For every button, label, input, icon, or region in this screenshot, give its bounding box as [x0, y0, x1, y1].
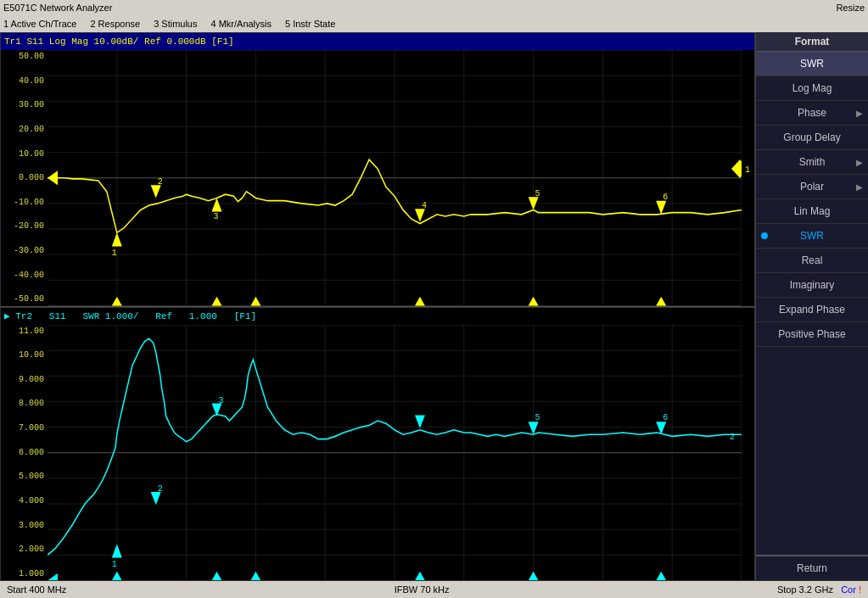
y-label-top-0: 50.00 [1, 52, 48, 61]
sidebar-btn-smith[interactable]: Smith ▶ [756, 150, 868, 175]
marker-1-label: 1 [112, 248, 117, 258]
polar-arrow-icon: ▶ [856, 182, 863, 192]
phase-arrow-icon: ▶ [856, 109, 863, 118]
bot-marker-1-lbl: 1 [112, 559, 117, 569]
y-label-bot-3: 8.000 [1, 399, 48, 408]
chart-bottom-titlebar: ▶ Tr2 S11 SWR 1.000/ Ref 1.000 [F1] [1, 308, 754, 325]
status-ifbw: IFBW 70 kHz [395, 584, 450, 595]
format-header: Format [756, 32, 868, 52]
chart-bottom-label: ▶ Tr2 S11 SWR 1.000/ Ref 1.000 [F1] [4, 310, 256, 321]
y-label-top-5: 0.000 [1, 173, 48, 182]
top-chart-svg: 1 2 3 4 5 6 [48, 50, 742, 306]
sidebar-btn-logmag[interactable]: Log Mag [756, 76, 868, 101]
marker-6-label: 6 [663, 191, 668, 201]
y-label-top-2: 30.00 [1, 100, 48, 109]
y-label-top-8: -30.00 [1, 246, 48, 255]
sidebar-btn-imaginary[interactable]: Imaginary [756, 273, 868, 298]
status-excl: ! [859, 584, 861, 595]
status-stop-group: Stop 3.2 GHz Cor ! [777, 584, 861, 595]
menu-item-response[interactable]: 2 Response [90, 19, 140, 29]
statusbar: Start 400 MHz IFBW 70 kHz Stop 3.2 GHz C… [0, 581, 868, 598]
bot-right-marker-lbl: 2 [730, 431, 735, 441]
sidebar-btn-polar[interactable]: Polar ▶ [756, 175, 868, 199]
y-label-bot-5: 6.000 [1, 448, 48, 457]
sidebar-btn-groupdelay[interactable]: Group Delay [756, 126, 868, 150]
menu-item-stimulus[interactable]: 3 Stimulus [154, 19, 197, 29]
y-label-top-3: 20.00 [1, 125, 48, 134]
app-title: E5071C Network Analyzer [3, 3, 112, 13]
marker-4-label: 4 [422, 200, 427, 210]
chart-area: Tr1 S11 Log Mag 10.00dB/ Ref 0.000dB [F1… [0, 32, 755, 581]
y-label-top-4: 10.00 [1, 149, 48, 159]
sidebar-btn-linmag[interactable]: Lin Mag [756, 199, 868, 224]
y-label-bot-9: 2.000 [1, 545, 48, 554]
bot-marker-2-lbl: 2 [158, 483, 163, 493]
chart-panel-bottom: ▶ Tr2 S11 SWR 1.000/ Ref 1.000 [F1] 11.0… [0, 307, 755, 582]
menu-item-mkr[interactable]: 4 Mkr/Analysis [210, 19, 272, 29]
y-label-bot-6: 5.000 [1, 472, 48, 481]
sidebar-btn-real[interactable]: Real [756, 249, 868, 273]
status-cor: Cor [841, 584, 856, 595]
bot-marker-3-lbl: 3 [219, 394, 224, 405]
sidebar-btn-swr-selected[interactable]: SWR [756, 224, 868, 249]
resize-button[interactable]: Resize [836, 3, 865, 13]
y-label-bot-7: 4.000 [1, 496, 48, 506]
main-layout: Tr1 S11 Log Mag 10.00dB/ Ref 0.000dB [F1… [0, 32, 868, 581]
chart-top-label: Tr1 S11 Log Mag 10.00dB/ Ref 0.000dB [F1… [4, 36, 234, 47]
y-label-bot-1: 10.00 [1, 350, 48, 360]
bot-marker-5-lbl: 5 [535, 411, 540, 422]
bot-marker-6-lbl: 6 [663, 411, 668, 422]
chart-panel-top: Tr1 S11 Log Mag 10.00dB/ Ref 0.000dB [F1… [0, 32, 755, 307]
y-label-top-7: -20.00 [1, 221, 48, 231]
sidebar-btn-return[interactable]: Return [756, 555, 868, 581]
y-label-top-1: 40.00 [1, 76, 48, 86]
marker-5-label: 5 [535, 188, 540, 198]
y-label-bot-8: 3.000 [1, 521, 48, 530]
bottom-chart-svg: 1 2 3 5 6 [48, 325, 742, 581]
menu-item-instr[interactable]: 5 Instr State [285, 19, 335, 29]
status-stop: Stop 3.2 GHz [777, 584, 833, 595]
sidebar: Format SWR Log Mag Phase ▶ Group Delay S… [755, 32, 868, 581]
sidebar-btn-phase[interactable]: Phase ▶ [756, 101, 868, 126]
right-marker-label: 1 [745, 165, 750, 175]
y-label-bot-0: 11.00 [1, 327, 48, 336]
status-start: Start 400 MHz [7, 584, 66, 595]
marker-3-label: 3 [214, 211, 219, 221]
titlebar: E5071C Network Analyzer Resize [0, 0, 868, 15]
y-label-bot-2: 9.000 [1, 375, 48, 384]
y-label-bot-4: 7.000 [1, 423, 48, 433]
chart-top-titlebar: Tr1 S11 Log Mag 10.00dB/ Ref 0.000dB [F1… [1, 33, 754, 50]
menu-item-ch-trace[interactable]: 1 Active Ch/Trace [3, 19, 76, 29]
sidebar-btn-swr-top[interactable]: SWR [756, 52, 868, 76]
y-label-bot-10: 1.000 [1, 569, 48, 578]
y-label-top-6: -10.00 [1, 198, 48, 207]
menubar: 1 Active Ch/Trace 2 Response 3 Stimulus … [0, 15, 868, 32]
y-label-top-9: -40.00 [1, 271, 48, 280]
sidebar-btn-positive-phase[interactable]: Positive Phase [756, 322, 868, 347]
swr-active-dot [761, 232, 768, 239]
marker-2-label: 2 [158, 176, 163, 187]
smith-arrow-icon: ▶ [856, 158, 863, 167]
y-label-top-10: -50.00 [1, 294, 48, 304]
sidebar-btn-expand-phase[interactable]: Expand Phase [756, 298, 868, 322]
